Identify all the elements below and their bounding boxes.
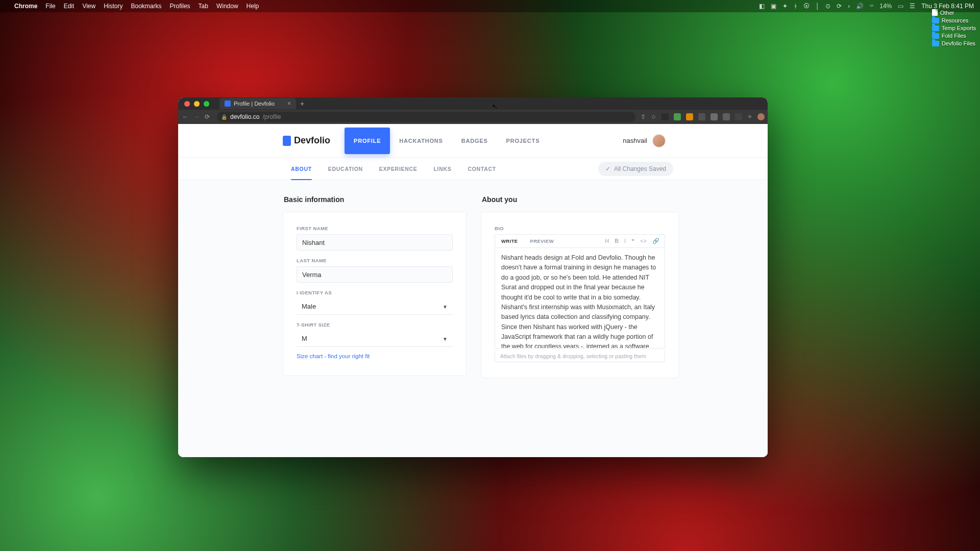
- status-icon[interactable]: ▣: [771, 3, 776, 10]
- label-tshirt: T-SHIRT SIZE: [297, 322, 453, 328]
- last-name-input[interactable]: [297, 266, 453, 283]
- new-tab-button[interactable]: +: [300, 99, 304, 108]
- mouse-cursor: ↖: [492, 102, 498, 111]
- browser-window: Profile | Devfolio × + ← → ⟳ 🔒 devfolio.…: [178, 97, 768, 457]
- menu-history[interactable]: History: [104, 3, 122, 10]
- menu-bookmarks[interactable]: Bookmarks: [131, 3, 162, 10]
- status-icon[interactable]: ⊙: [825, 3, 830, 10]
- battery-icon[interactable]: ▭: [898, 3, 903, 10]
- subtab-about[interactable]: ABOUT: [283, 158, 320, 180]
- clock[interactable]: Thu 3 Feb 8:41 PM: [921, 3, 974, 10]
- username[interactable]: nashvail: [623, 137, 647, 144]
- share-icon[interactable]: ⇧: [641, 113, 646, 120]
- identify-select[interactable]: [297, 298, 453, 315]
- label-first-name: FIRST NAME: [297, 226, 453, 231]
- nav-profile[interactable]: PROFILE: [345, 128, 390, 154]
- app-name[interactable]: Chrome: [14, 3, 37, 10]
- first-name-input[interactable]: [297, 234, 453, 251]
- favicon-icon: [225, 101, 231, 107]
- browser-tab[interactable]: Profile | Devfolio ×: [219, 98, 296, 109]
- bio-hint[interactable]: Attach files by dragging & dropping, sel…: [495, 350, 665, 362]
- browser-toolbar: ← → ⟳ 🔒 devfolio.co/profile ⇧ ☆ ✧ ⋮: [178, 110, 768, 124]
- window-zoom[interactable]: [204, 101, 209, 107]
- file-icon: [932, 9, 938, 16]
- window-minimize[interactable]: [194, 101, 200, 107]
- bold-icon[interactable]: B: [615, 238, 619, 244]
- nav-hackathons[interactable]: HACKATHONS: [390, 124, 452, 157]
- italic-icon[interactable]: I: [624, 238, 626, 244]
- extensions-icon[interactable]: ✧: [747, 113, 752, 120]
- nav-back-icon[interactable]: ←: [182, 113, 188, 120]
- desktop-item[interactable]: Resources: [932, 17, 976, 23]
- menu-tab[interactable]: Tab: [199, 3, 208, 10]
- extension-icon[interactable]: [723, 113, 730, 120]
- status-icon[interactable]: ⟳: [837, 3, 842, 10]
- profile-avatar-icon[interactable]: [757, 113, 765, 120]
- tab-title: Profile | Devfolio: [234, 101, 275, 107]
- extension-icon[interactable]: [686, 113, 693, 120]
- bio-textarea[interactable]: [495, 247, 665, 348]
- window-close[interactable]: [184, 101, 190, 107]
- page-content: Devfolio PROFILE HACKATHONS BADGES PROJE…: [178, 124, 768, 457]
- url-host: devfolio.co: [230, 113, 259, 120]
- menu-help[interactable]: Help: [247, 3, 259, 10]
- bio-write-tab[interactable]: WRITE: [495, 238, 524, 244]
- bluetooth-icon[interactable]: ᚼ: [794, 3, 797, 10]
- label-identify: I IDENTIFY AS: [297, 290, 453, 295]
- extension-icon[interactable]: [674, 113, 681, 120]
- code-icon[interactable]: <>: [640, 238, 647, 244]
- desktop-item[interactable]: Fold Files: [932, 33, 976, 39]
- battery-percent[interactable]: 14%: [879, 3, 892, 10]
- status-icon[interactable]: ✦: [782, 3, 788, 10]
- size-chart-link[interactable]: Size chart - find your right fit: [297, 353, 370, 359]
- extension-icon[interactable]: [710, 113, 718, 120]
- volume-icon[interactable]: 🔊: [856, 3, 864, 10]
- extension-icon[interactable]: [662, 113, 669, 120]
- menu-window[interactable]: Window: [216, 3, 238, 10]
- url-path: /profile: [262, 113, 281, 120]
- label-bio: BIO: [495, 226, 665, 231]
- subtab-experience[interactable]: EXPERIENCE: [371, 158, 426, 180]
- site-header: Devfolio PROFILE HACKATHONS BADGES PROJE…: [178, 124, 768, 158]
- basic-info-card: FIRST NAME LAST NAME I IDENTIFY AS ▼ T-S…: [283, 212, 467, 376]
- nav-badges[interactable]: BADGES: [452, 124, 497, 157]
- menu-edit[interactable]: Edit: [64, 3, 75, 10]
- status-icon[interactable]: │: [816, 3, 820, 10]
- heading-icon[interactable]: H: [605, 238, 609, 244]
- link-icon[interactable]: 🔗: [652, 238, 659, 244]
- save-status: ✓ All Changes Saved: [598, 162, 673, 176]
- tshirt-select[interactable]: [297, 331, 453, 347]
- bookmark-icon[interactable]: ☆: [651, 113, 656, 120]
- menu-profiles[interactable]: Profiles: [170, 3, 190, 10]
- lock-icon: 🔒: [221, 114, 227, 120]
- control-center-icon[interactable]: ☰: [910, 3, 915, 10]
- bio-toolbar: WRITE PREVIEW H B I ❝ <> 🔗: [495, 234, 665, 247]
- wifi-icon[interactable]: ⌔: [870, 3, 873, 10]
- nav-forward-icon[interactable]: →: [193, 113, 200, 120]
- window-titlebar[interactable]: Profile | Devfolio × +: [178, 97, 768, 110]
- status-icon[interactable]: ⦿: [803, 3, 810, 10]
- address-bar[interactable]: 🔒 devfolio.co/profile: [217, 112, 635, 122]
- logo-mark-icon: [283, 136, 291, 146]
- subtab-education[interactable]: EDUCATION: [320, 158, 371, 180]
- tab-close-icon[interactable]: ×: [287, 100, 291, 107]
- quote-icon[interactable]: ❝: [631, 238, 634, 244]
- extension-icon[interactable]: [698, 113, 705, 120]
- extension-icon[interactable]: [735, 113, 742, 120]
- profile-subnav: ABOUT EDUCATION EXPERIENCE LINKS CONTACT…: [178, 158, 768, 180]
- brand-logo[interactable]: Devfolio: [283, 135, 330, 146]
- menu-file[interactable]: File: [45, 3, 55, 10]
- status-icon[interactable]: ◧: [759, 3, 765, 10]
- bio-preview-tab[interactable]: PREVIEW: [524, 238, 560, 244]
- nav-projects[interactable]: PROJECTS: [497, 124, 549, 157]
- section-title-basic: Basic information: [284, 195, 467, 204]
- subtab-contact[interactable]: CONTACT: [459, 158, 504, 180]
- desktop-item[interactable]: Devfolio Files: [932, 40, 976, 46]
- status-icon[interactable]: ›: [848, 3, 850, 10]
- desktop-item[interactable]: Temp Exports: [932, 25, 976, 31]
- desktop-item[interactable]: Other: [932, 9, 976, 16]
- nav-reload-icon[interactable]: ⟳: [205, 113, 210, 120]
- subtab-links[interactable]: LINKS: [425, 158, 459, 180]
- menu-view[interactable]: View: [82, 3, 95, 10]
- avatar[interactable]: [652, 134, 666, 147]
